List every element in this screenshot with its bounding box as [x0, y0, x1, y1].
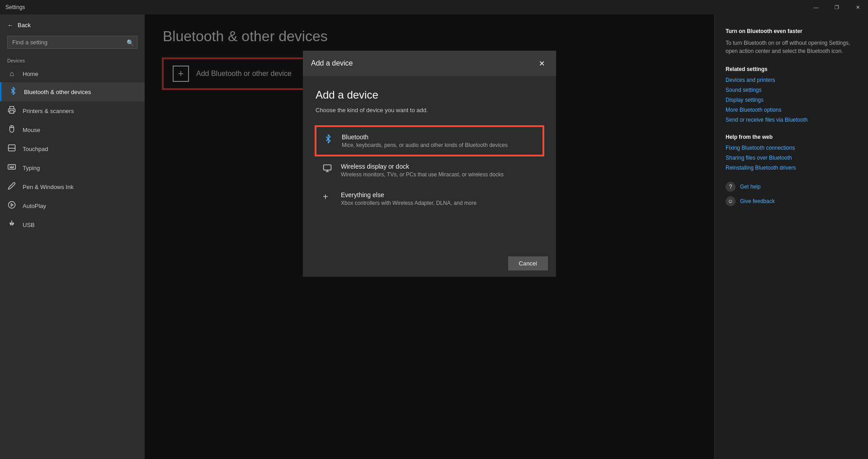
settings-title: Settings — [5, 4, 25, 10]
give-feedback-label[interactable]: Give feedback — [740, 198, 775, 204]
modal-subtitle: Choose the kind of device you want to ad… — [316, 107, 543, 114]
link-send-receive[interactable]: Send or receive files via Bluetooth — [726, 117, 857, 123]
modal-footer: Cancel — [303, 250, 556, 277]
bluetooth-option-icon — [324, 134, 335, 146]
sidebar-item-home[interactable]: ⌂ Home — [0, 65, 145, 82]
sidebar-item-touchpad[interactable]: Touchpad — [0, 139, 145, 158]
tip-title: Turn on Bluetooth even faster — [726, 28, 857, 34]
sidebar-item-usb[interactable]: USB — [0, 215, 145, 234]
app-body: ← Back 🔍 Devices ⌂ Home Bluetooth & othe… — [0, 14, 868, 459]
link-reinstalling-drivers[interactable]: Reinstalling Bluetooth drivers — [726, 165, 857, 171]
related-settings-section: Related settings Devices and printers So… — [726, 66, 857, 123]
home-icon: ⌂ — [7, 70, 16, 78]
main-content: Bluetooth & other devices + Add Bluetoot… — [145, 14, 714, 459]
everything-option-icon: + — [323, 192, 334, 201]
sidebar-item-pen[interactable]: Pen & Windows Ink — [0, 177, 145, 196]
wireless-option-name: Wireless display or dock — [341, 163, 504, 170]
cancel-button[interactable]: Cancel — [508, 256, 548, 270]
search-input[interactable] — [7, 36, 137, 49]
svg-marker-12 — [11, 203, 14, 206]
wireless-option-text: Wireless display or dock Wireless monito… — [341, 163, 504, 178]
sidebar-printers-label: Printers & scanners — [23, 108, 74, 114]
sidebar-home-label: Home — [23, 71, 38, 77]
modal-body: Add a device Choose the kind of device y… — [303, 76, 556, 250]
titlebar: Settings — ❐ ✕ — [0, 0, 868, 14]
device-option-everything[interactable]: + Everything else Xbox controllers with … — [316, 185, 543, 213]
search-icon: 🔍 — [127, 39, 134, 46]
everything-option-name: Everything else — [341, 191, 476, 199]
related-settings-title: Related settings — [726, 66, 857, 72]
bluetooth-option-text: Bluetooth Mice, keyboards, pens, or audi… — [342, 133, 508, 148]
svg-rect-13 — [324, 165, 331, 170]
sidebar-autoplay-label: AutoPlay — [23, 203, 46, 209]
back-label: Back — [18, 22, 31, 28]
back-button[interactable]: ← Back — [0, 18, 145, 32]
minimize-button[interactable]: — — [806, 0, 826, 14]
sidebar-usb-label: USB — [23, 222, 35, 228]
sidebar-bluetooth-label: Bluetooth & other devices — [24, 89, 91, 95]
bluetooth-icon — [9, 87, 18, 97]
bluetooth-option-name: Bluetooth — [342, 133, 508, 141]
svg-rect-0 — [10, 111, 14, 114]
modal-close-button[interactable]: ✕ — [535, 57, 548, 70]
touchpad-icon — [7, 144, 16, 154]
sidebar-item-printers[interactable]: Printers & scanners — [0, 101, 145, 120]
modal-title: Add a device — [316, 89, 543, 101]
get-help-label[interactable]: Get help — [740, 184, 760, 190]
tip-section: Turn on Bluetooth even faster To turn Bl… — [726, 28, 857, 55]
right-panel: Turn on Bluetooth even faster To turn Bl… — [714, 14, 868, 459]
device-option-bluetooth[interactable]: Bluetooth Mice, keyboards, pens, or audi… — [316, 126, 543, 156]
modal-overlay: Add a device ✕ Add a device Choose the k… — [145, 14, 714, 459]
link-sound-settings[interactable]: Sound settings — [726, 87, 857, 93]
maximize-button[interactable]: ❐ — [826, 0, 847, 14]
link-more-bluetooth[interactable]: More Bluetooth options — [726, 107, 857, 113]
sidebar-pen-label: Pen & Windows Ink — [23, 184, 74, 190]
give-feedback-item[interactable]: ☺ Give feedback — [726, 196, 857, 206]
get-help-icon: ? — [726, 182, 736, 192]
get-help-item[interactable]: ? Get help — [726, 182, 857, 192]
link-devices-printers[interactable]: Devices and printers — [726, 77, 857, 83]
help-title: Help from the web — [726, 134, 857, 140]
pen-icon — [7, 182, 16, 192]
svg-point-11 — [9, 202, 15, 208]
wireless-option-desc: Wireless monitors, TVs, or PCs that use … — [341, 171, 504, 178]
sidebar-mouse-label: Mouse — [23, 127, 40, 133]
sidebar-item-bluetooth[interactable]: Bluetooth & other devices — [0, 82, 145, 101]
close-button[interactable]: ✕ — [847, 0, 868, 14]
sidebar-item-mouse[interactable]: Mouse — [0, 120, 145, 139]
everything-option-text: Everything else Xbox controllers with Wi… — [341, 191, 476, 206]
printer-icon — [7, 106, 16, 116]
back-arrow-icon: ← — [7, 22, 13, 28]
bluetooth-option-desc: Mice, keyboards, pens, or audio and othe… — [342, 142, 508, 148]
link-fixing-connections[interactable]: Fixing Bluetooth connections — [726, 145, 857, 151]
give-feedback-icon: ☺ — [726, 196, 736, 206]
titlebar-left: Settings — [5, 4, 25, 10]
sidebar-touchpad-label: Touchpad — [23, 146, 48, 152]
svg-rect-6 — [8, 165, 16, 170]
modal-header-title: Add a device — [311, 59, 353, 67]
link-sharing-files[interactable]: Sharing files over Bluetooth — [726, 155, 857, 161]
everything-option-desc: Xbox controllers with Wireless Adapter, … — [341, 200, 476, 206]
titlebar-controls: — ❐ ✕ — [806, 0, 868, 14]
tip-text: To turn Bluetooth on or off without open… — [726, 39, 857, 55]
sidebar-typing-label: Typing — [23, 165, 40, 171]
sidebar-item-autoplay[interactable]: AutoPlay — [0, 196, 145, 215]
add-device-modal: Add a device ✕ Add a device Choose the k… — [303, 51, 556, 277]
mouse-icon — [7, 125, 16, 135]
search-container: 🔍 — [7, 36, 137, 49]
modal-header: Add a device ✕ — [303, 51, 556, 76]
wireless-option-icon — [323, 164, 334, 175]
help-section: Help from the web Fixing Bluetooth conne… — [726, 134, 857, 171]
typing-icon — [7, 163, 16, 173]
sidebar-item-typing[interactable]: Typing — [0, 158, 145, 177]
usb-icon — [7, 220, 16, 230]
device-option-wireless[interactable]: Wireless display or dock Wireless monito… — [316, 156, 543, 184]
autoplay-icon — [7, 201, 16, 211]
link-display-settings[interactable]: Display settings — [726, 97, 857, 103]
sidebar: ← Back 🔍 Devices ⌂ Home Bluetooth & othe… — [0, 14, 145, 459]
sidebar-section-label: Devices — [0, 52, 145, 65]
